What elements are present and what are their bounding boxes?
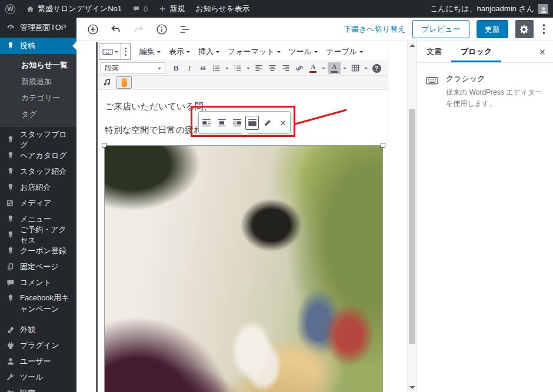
pushpin-icon bbox=[6, 135, 15, 145]
editor-main: 下書きへ切り替え プレビュー 更新 編集 表示 bbox=[76, 18, 553, 392]
scroll-down-arrow[interactable] bbox=[409, 386, 415, 389]
sidebar-item-settings[interactable]: 設定 bbox=[0, 386, 76, 392]
image-remove-button[interactable] bbox=[276, 116, 289, 130]
menu-insert[interactable]: 挿入 bbox=[194, 42, 224, 61]
image-edit-button[interactable] bbox=[261, 116, 274, 130]
image-align-right-button[interactable] bbox=[230, 116, 244, 130]
new-content-menu[interactable]: 新規 bbox=[153, 0, 190, 18]
menu-format[interactable]: フォーマット bbox=[224, 42, 285, 61]
submenu-item-categories[interactable]: カテゴリー bbox=[0, 90, 76, 106]
plugin-toolbar-button[interactable] bbox=[116, 76, 132, 89]
vertical-scrollbar[interactable] bbox=[407, 41, 417, 392]
block-more-options-button[interactable] bbox=[121, 43, 131, 60]
sidebar-item-media[interactable]: メディア bbox=[0, 195, 76, 211]
sidebar-item-shop-intro[interactable]: お店紹介 bbox=[0, 179, 76, 195]
sidebar-item-staff-blog[interactable]: スタッフブログ bbox=[0, 132, 76, 148]
wp-logo-menu[interactable]: W bbox=[0, 0, 21, 18]
image-align-none-button[interactable] bbox=[245, 116, 259, 130]
sidebar-item-posts[interactable]: 投稿 bbox=[0, 38, 76, 54]
resize-handle-top-right[interactable] bbox=[381, 143, 385, 148]
preview-button[interactable]: プレビュー bbox=[412, 20, 469, 38]
undo-button[interactable] bbox=[109, 22, 123, 36]
link-button[interactable] bbox=[293, 62, 306, 74]
editor-workspace: 編集 表示 挿入 フォーマット ツール テーブル 段落 B I “ bbox=[76, 41, 553, 392]
chevron-down-icon bbox=[322, 68, 325, 71]
redo-icon bbox=[132, 23, 145, 36]
image-align-center-button[interactable] bbox=[215, 116, 228, 130]
submenu-item-add-new[interactable]: 新規追加 bbox=[0, 73, 76, 90]
sidebar-item-tools[interactable]: ツール bbox=[0, 370, 76, 386]
switch-to-draft-link[interactable]: 下書きへ切り替え bbox=[344, 24, 405, 35]
more-options-button[interactable] bbox=[541, 22, 548, 36]
media-toolbar bbox=[98, 75, 388, 90]
text-color-button[interactable]: A bbox=[307, 62, 319, 74]
sidebar-item-facebook-campaign[interactable]: Facebook用キャンペーン bbox=[0, 290, 76, 317]
bullet-list-dropdown[interactable] bbox=[224, 62, 231, 74]
chevron-down-icon bbox=[343, 68, 347, 71]
sidebar-item-reservation-access[interactable]: ご予約・アクセス bbox=[0, 227, 76, 243]
sidebar-item-comments[interactable]: コメント bbox=[0, 274, 76, 290]
admin-sidebar: 管理画面TOP 投稿 お知らせ一覧 新規追加 カテゴリー タグ スタッフブログ … bbox=[0, 18, 76, 392]
redo-button[interactable] bbox=[132, 22, 146, 36]
help-button[interactable]: ? bbox=[370, 62, 383, 74]
avatar[interactable] bbox=[538, 4, 548, 14]
align-right-button[interactable] bbox=[279, 62, 292, 74]
sidebar-item-staff-intro[interactable]: スタッフ紹介 bbox=[0, 163, 76, 179]
align-left-icon bbox=[254, 63, 264, 73]
align-left-button[interactable] bbox=[252, 62, 265, 74]
text-color-dropdown[interactable] bbox=[320, 62, 327, 74]
sidebar-item-hair-catalog[interactable]: ヘアカタログ bbox=[0, 148, 76, 163]
chevron-down-icon bbox=[314, 51, 318, 55]
content-info-button[interactable] bbox=[155, 22, 169, 36]
italic-button[interactable]: I bbox=[183, 62, 196, 74]
menu-view[interactable]: 表示 bbox=[165, 42, 194, 61]
bold-button[interactable]: B bbox=[169, 62, 182, 74]
inserted-photo[interactable] bbox=[105, 146, 382, 392]
tab-document[interactable]: 文書 bbox=[417, 41, 451, 62]
paragraph-style-select[interactable]: 段落 bbox=[101, 62, 165, 74]
numbered-list-dropdown[interactable] bbox=[245, 62, 252, 74]
comments-menu[interactable]: 0 bbox=[127, 0, 153, 18]
menu-table[interactable]: テーブル bbox=[322, 42, 367, 61]
sidebar-item-coupon[interactable]: クーポン登録 bbox=[0, 243, 76, 259]
background-color-button[interactable]: A bbox=[328, 62, 341, 74]
submenu-item-notice-list[interactable]: お知らせ一覧 bbox=[0, 57, 76, 73]
sidebar-item-dashboard[interactable]: 管理画面TOP bbox=[0, 18, 76, 38]
help-icon: ? bbox=[372, 64, 381, 73]
view-notice-menu[interactable]: お知らせを表示 bbox=[190, 0, 255, 18]
site-name-menu[interactable]: 繁盛サロンデザインNo1 bbox=[21, 0, 127, 18]
scrollbar-thumb[interactable] bbox=[409, 109, 415, 344]
sidebar-item-appearance[interactable]: 外観 bbox=[0, 322, 76, 338]
table-dropdown[interactable] bbox=[362, 62, 369, 74]
chevron-down-icon bbox=[246, 68, 250, 71]
background-color-dropdown[interactable] bbox=[341, 62, 348, 74]
submenu-item-tags[interactable]: タグ bbox=[0, 106, 76, 123]
update-button[interactable]: 更新 bbox=[477, 20, 508, 38]
numbered-list-button[interactable] bbox=[231, 62, 244, 74]
add-media-button[interactable] bbox=[101, 77, 114, 89]
panel-tabs: 文書 ブロック bbox=[417, 41, 553, 63]
block-inserter-button[interactable] bbox=[86, 22, 100, 36]
sidebar-item-users[interactable]: ユーザー bbox=[0, 354, 76, 370]
scroll-up-arrow[interactable] bbox=[409, 44, 415, 47]
block-navigation-button[interactable] bbox=[178, 22, 192, 36]
align-center-button[interactable] bbox=[266, 62, 279, 74]
menu-tools[interactable]: ツール bbox=[285, 42, 322, 61]
blockquote-button[interactable]: “ bbox=[196, 62, 209, 74]
classic-block-toolbar: 編集 表示 挿入 フォーマット ツール テーブル bbox=[98, 42, 388, 61]
table-button[interactable] bbox=[349, 62, 362, 74]
block-switcher-button[interactable] bbox=[99, 43, 121, 60]
bullet-list-button[interactable] bbox=[210, 62, 223, 74]
menu-edit[interactable]: 編集 bbox=[135, 42, 165, 61]
image-align-left-button[interactable] bbox=[199, 116, 213, 130]
user-greeting[interactable]: こんにちは、hanjoadmin さん bbox=[430, 4, 534, 14]
settings-toggle-button[interactable] bbox=[515, 20, 534, 38]
dashboard-icon bbox=[6, 23, 15, 32]
sidebar-item-plugins[interactable]: プラグイン bbox=[0, 338, 76, 354]
sidebar-item-pages[interactable]: 固定ページ bbox=[0, 259, 76, 274]
panel-close-button[interactable] bbox=[532, 41, 553, 62]
classic-block[interactable]: 編集 表示 挿入 フォーマット ツール テーブル 段落 B I “ bbox=[96, 42, 388, 392]
tab-block[interactable]: ブロック bbox=[451, 41, 501, 62]
resize-handle-top-left[interactable] bbox=[102, 143, 106, 148]
chevron-down-icon bbox=[157, 51, 161, 55]
